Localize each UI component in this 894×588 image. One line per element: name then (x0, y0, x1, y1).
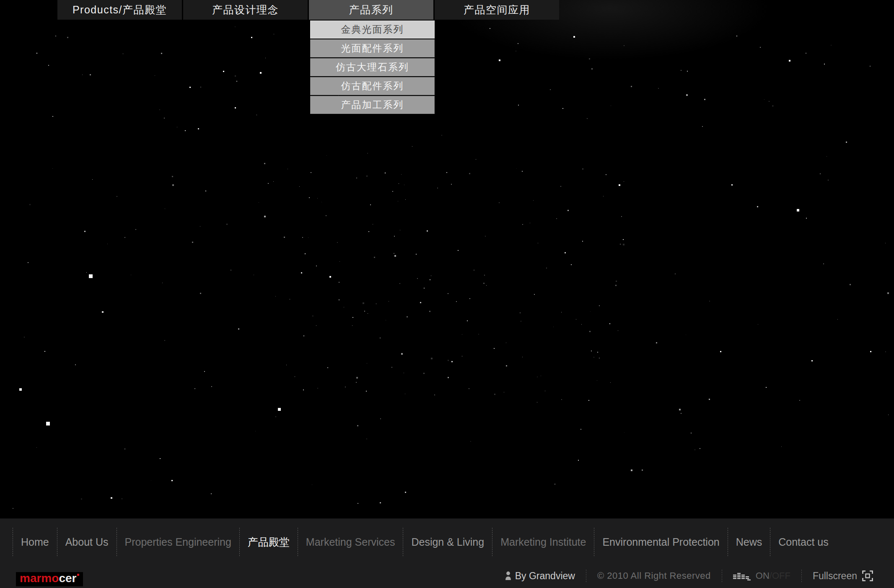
star (424, 288, 425, 289)
star (394, 255, 396, 257)
star (358, 503, 358, 504)
bright-star (329, 276, 331, 278)
star (485, 236, 486, 237)
star (366, 438, 367, 439)
star (316, 325, 316, 326)
top-tab[interactable]: Products/产品殿堂 (57, 0, 182, 20)
top-tab-bar: Products/产品殿堂 产品设计理念 产品系列 产品空间应用 (57, 0, 559, 20)
star (29, 204, 31, 205)
dropdown-item-label: 仿古配件系列 (341, 80, 404, 93)
star (374, 257, 375, 258)
star (694, 449, 695, 450)
star (888, 415, 889, 415)
sound-toggle[interactable]: ON/OFF (733, 570, 790, 581)
bottom-nav-item[interactable]: Marketing Institute (492, 528, 594, 556)
bottom-nav: Home About Us Properties Engineering 产品殿… (13, 528, 837, 556)
bottom-nav-item[interactable]: Properties Engineering (117, 528, 239, 556)
star (623, 239, 624, 240)
bottom-nav-item[interactable]: Home (13, 528, 57, 556)
star (44, 351, 45, 352)
star (587, 118, 588, 119)
star (107, 244, 108, 244)
star (399, 183, 399, 184)
bright-star (46, 422, 50, 426)
star (823, 263, 824, 264)
dropdown-item[interactable]: 仿古大理石系列 (310, 58, 435, 76)
star (352, 325, 352, 326)
star (533, 200, 534, 201)
star (356, 377, 358, 379)
star (124, 237, 125, 238)
bottom-nav-item[interactable]: About Us (57, 528, 117, 556)
dropdown-item-label: 金典光面系列 (341, 23, 404, 36)
bottom-nav-item-label: Marketing Institute (500, 536, 586, 548)
star (591, 68, 593, 70)
star (616, 281, 617, 282)
star (67, 37, 68, 38)
star (681, 70, 682, 71)
marmocer-logo[interactable]: marmocer (16, 572, 83, 586)
star (561, 399, 562, 400)
star (429, 311, 430, 312)
fullscreen-button[interactable]: Fullscreen (813, 570, 873, 582)
bright-star (499, 59, 500, 61)
star (308, 237, 308, 238)
star (151, 480, 151, 481)
star (265, 58, 266, 58)
bright-star (89, 274, 93, 278)
star (709, 301, 710, 302)
star (380, 338, 381, 338)
bottom-bar: Home About Us Properties Engineering 产品殿… (0, 518, 894, 588)
star (537, 402, 537, 402)
star (380, 418, 381, 419)
dropdown-item[interactable]: 产品加工系列 (310, 96, 435, 114)
footer-utility-bar: By Grandview © 2010 All Right Reserved O… (505, 570, 873, 582)
star (389, 301, 389, 302)
bottom-nav-item[interactable]: Marketing Services (298, 528, 403, 556)
star (254, 275, 254, 275)
dropdown-item[interactable]: 金典光面系列 (310, 21, 435, 39)
star (305, 253, 306, 254)
dropdown-item[interactable]: 光面配件系列 (310, 39, 435, 57)
star (164, 118, 165, 119)
bottom-nav-item[interactable]: Design & Living (403, 528, 492, 556)
bright-star (223, 71, 224, 72)
star (469, 173, 470, 174)
star (553, 327, 554, 327)
top-tab[interactable]: 产品空间应用 (435, 0, 559, 20)
top-tab-label: 产品系列 (349, 3, 394, 17)
top-tab[interactable]: 产品设计理念 (183, 0, 308, 20)
star (446, 172, 447, 173)
star (534, 294, 535, 295)
star (764, 99, 764, 100)
star (404, 185, 404, 185)
bottom-nav-item[interactable]: Contact us (770, 528, 837, 556)
star (580, 429, 581, 430)
bottom-nav-item[interactable]: 产品殿堂 (239, 528, 298, 556)
star (609, 323, 610, 324)
credit-link[interactable]: By Grandview (505, 570, 575, 582)
star (386, 320, 386, 320)
star (357, 425, 358, 426)
star (159, 109, 160, 110)
bottom-nav-item[interactable]: News (728, 528, 770, 556)
star (850, 284, 851, 285)
star (356, 178, 357, 178)
top-tab[interactable]: 产品系列 (309, 0, 433, 20)
star (545, 391, 545, 391)
dropdown-item[interactable]: 仿古配件系列 (310, 77, 435, 95)
star (700, 448, 700, 449)
star (578, 460, 579, 461)
star (478, 334, 479, 335)
star (522, 224, 523, 225)
star (451, 184, 452, 185)
star (407, 316, 408, 317)
star (290, 299, 290, 299)
star (615, 285, 617, 286)
star (520, 312, 521, 313)
star (380, 502, 381, 503)
star (345, 387, 346, 387)
footer-divider (801, 570, 802, 582)
bottom-nav-item[interactable]: Environmental Protection (594, 528, 727, 556)
star (760, 47, 761, 48)
